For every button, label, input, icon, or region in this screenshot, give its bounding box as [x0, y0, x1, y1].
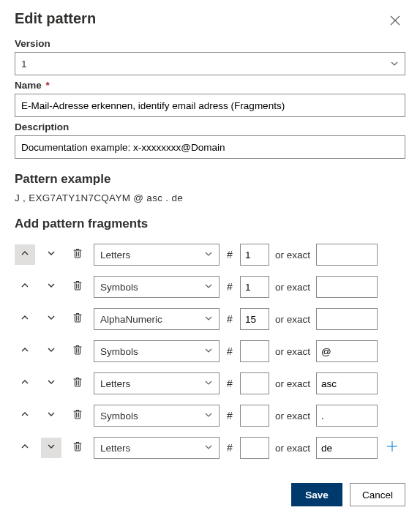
delete-fragment-button[interactable]: [67, 405, 88, 426]
fragment-type-value: AlphaNumeric: [100, 314, 162, 325]
move-down-button[interactable]: [41, 341, 61, 361]
delete-fragment-button[interactable]: [67, 373, 88, 394]
hash-label: #: [225, 410, 234, 421]
or-exact-label: or exact: [275, 282, 310, 293]
chevron-down-icon: [46, 280, 56, 293]
hash-label: #: [225, 313, 234, 325]
fragment-row: Letters#or exact: [15, 367, 405, 400]
fragment-type-value: Symbols: [100, 411, 138, 421]
or-exact-label: or exact: [275, 346, 310, 357]
fragment-count-input[interactable]: [240, 308, 269, 330]
trash-icon: [72, 408, 83, 423]
fragment-type-select[interactable]: Symbols: [94, 340, 220, 362]
chevron-down-icon: [204, 314, 213, 325]
move-up-button[interactable]: [15, 309, 35, 329]
trash-icon: [72, 344, 83, 359]
fragment-type-select[interactable]: Letters: [94, 437, 220, 459]
chevron-up-icon: [20, 409, 30, 422]
version-value: 1: [21, 59, 386, 70]
fragment-count-input[interactable]: [240, 372, 269, 394]
fragment-exact-input[interactable]: [316, 308, 378, 330]
chevron-down-icon: [46, 409, 56, 422]
move-up-button[interactable]: [15, 244, 35, 265]
description-input[interactable]: [15, 135, 405, 159]
chevron-up-icon: [20, 280, 30, 293]
fragment-exact-input[interactable]: [316, 276, 378, 298]
fragment-count-input[interactable]: [240, 405, 269, 427]
fragment-type-select[interactable]: Letters: [94, 244, 220, 266]
delete-fragment-button[interactable]: [67, 341, 88, 361]
delete-fragment-button[interactable]: [67, 277, 88, 297]
delete-fragment-button[interactable]: [67, 244, 88, 265]
name-input[interactable]: [15, 94, 405, 117]
hash-label: #: [225, 378, 234, 389]
fragment-count-input[interactable]: [240, 340, 269, 362]
close-button[interactable]: [385, 10, 405, 31]
fragment-exact-input[interactable]: [316, 340, 378, 362]
or-exact-label: or exact: [275, 314, 310, 325]
chevron-down-icon: [204, 378, 213, 389]
move-down-button[interactable]: [41, 244, 61, 265]
fragment-row: Letters#or exact: [15, 432, 405, 464]
fragment-row: Symbols#or exact: [15, 271, 405, 303]
move-up-button[interactable]: [15, 405, 35, 426]
pattern-example-heading: Pattern example: [15, 172, 405, 187]
close-icon: [390, 15, 400, 26]
fragment-type-select[interactable]: AlphaNumeric: [94, 308, 220, 330]
chevron-down-icon: [390, 59, 399, 68]
description-label: Description: [15, 121, 405, 132]
chevron-up-icon: [20, 345, 30, 358]
fragment-row: AlphaNumeric#or exact: [15, 303, 405, 335]
chevron-down-icon: [204, 346, 213, 357]
fragment-type-select[interactable]: Symbols: [94, 405, 220, 427]
hash-label: #: [225, 249, 234, 260]
or-exact-label: or exact: [275, 378, 310, 389]
move-up-button[interactable]: [15, 438, 35, 458]
fragment-count-input[interactable]: [240, 244, 269, 266]
fragment-exact-input[interactable]: [316, 372, 378, 394]
fragment-type-select[interactable]: Letters: [94, 372, 220, 394]
chevron-up-icon: [20, 441, 30, 454]
move-down-button[interactable]: [41, 373, 61, 394]
fragment-count-input[interactable]: [240, 437, 269, 459]
chevron-down-icon: [46, 441, 56, 454]
fragment-exact-input[interactable]: [316, 244, 378, 266]
trash-icon: [72, 441, 83, 455]
fragment-type-select[interactable]: Symbols: [94, 276, 220, 298]
delete-fragment-button[interactable]: [67, 438, 88, 458]
fragment-type-value: Letters: [100, 443, 130, 454]
cancel-button[interactable]: Cancel: [350, 483, 405, 506]
move-up-button[interactable]: [15, 373, 35, 394]
chevron-down-icon: [204, 443, 213, 454]
move-down-button[interactable]: [41, 405, 61, 426]
fragment-count-input[interactable]: [240, 276, 269, 298]
hash-label: #: [225, 442, 234, 454]
chevron-down-icon: [204, 250, 213, 260]
move-up-button[interactable]: [15, 341, 35, 361]
or-exact-label: or exact: [275, 411, 310, 421]
name-label: Name *: [15, 80, 405, 91]
required-mark: *: [46, 80, 50, 91]
chevron-up-icon: [20, 312, 30, 326]
move-down-button[interactable]: [41, 309, 61, 329]
pattern-example-text: J , EXG7ATY1N7CQAYM @ asc . de: [15, 192, 405, 203]
chevron-down-icon: [204, 411, 213, 421]
fragment-type-value: Letters: [100, 250, 130, 260]
hash-label: #: [225, 281, 234, 293]
add-fragment-button[interactable]: [383, 439, 401, 457]
move-down-button[interactable]: [41, 277, 61, 297]
move-up-button[interactable]: [15, 277, 35, 297]
version-select[interactable]: 1: [15, 52, 405, 75]
plus-icon: [386, 440, 399, 456]
move-down-button[interactable]: [41, 438, 61, 458]
save-button[interactable]: Save: [291, 483, 342, 506]
delete-fragment-button[interactable]: [67, 309, 88, 329]
chevron-down-icon: [46, 248, 56, 261]
fragment-row: Letters#or exact: [15, 239, 405, 271]
fragment-type-value: Symbols: [100, 346, 138, 357]
fragment-exact-input[interactable]: [316, 405, 378, 427]
fragment-type-value: Letters: [100, 378, 130, 389]
fragment-exact-input[interactable]: [316, 437, 378, 459]
hash-label: #: [225, 345, 234, 357]
chevron-up-icon: [20, 377, 30, 390]
